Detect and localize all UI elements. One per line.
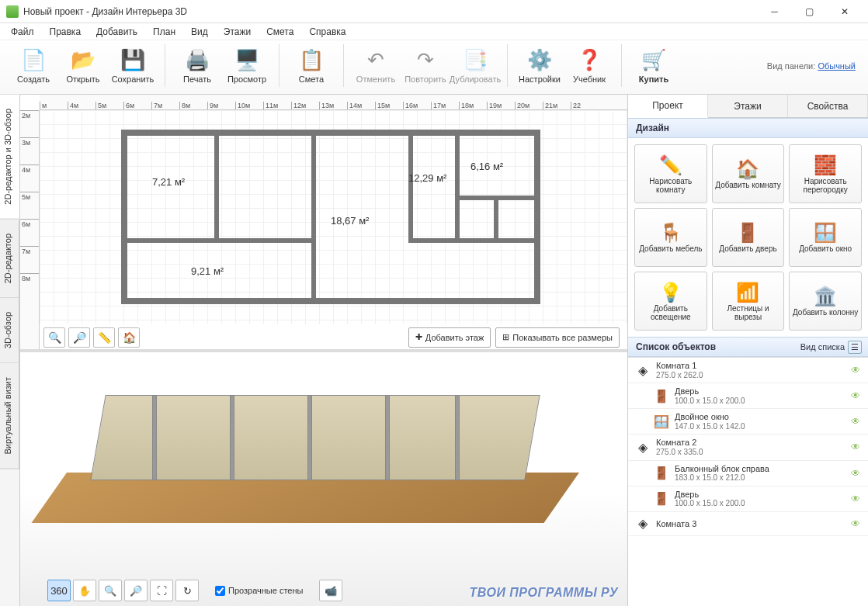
object-item[interactable]: 🚪Балконный блок справа183.0 x 15.0 x 212… [628,461,868,487]
menu-file[interactable]: Файл [5,25,40,39]
plan-2d-view[interactable]: м4м5м6м7м8м9м10м11м12м13м14м15м16м17м18м… [20,95,627,349]
menu-edit[interactable]: Правка [43,25,88,39]
gear-icon: ⚙️ [527,48,552,73]
view-3d[interactable]: 360 ✋ 🔍 🔎 ⛶ ↻ Прозрачные стены 📹 ТВОИ ПР… [20,352,627,607]
tab-properties[interactable]: Свойства [788,95,868,117]
objects-list: ◈Комната 1275.0 x 262.0👁🚪Дверь100.0 x 15… [628,357,868,606]
measure-button[interactable]: 📏 [93,327,115,348]
fit-button[interactable]: ⛶ [150,580,173,601]
draw_partition-button[interactable]: 🧱Нарисовать перегородку [789,144,862,203]
estimate-button[interactable]: 📋Смета [287,42,335,90]
maximize-button[interactable]: ▢ [792,1,827,23]
view3d-toolbar: 360 ✋ 🔍 🔎 ⛶ ↻ Прозрачные стены 📹 [47,580,342,601]
transparent-walls-checkbox[interactable]: Прозрачные стены [215,586,303,596]
visibility-icon[interactable]: 👁 [851,416,862,427]
object-icon: 🚪 [653,465,670,482]
show-dimensions-button[interactable]: ⊞Показывать все размеры [495,327,620,348]
draw_room-button[interactable]: ✏️Нарисовать комнату [634,144,707,203]
camera-button[interactable]: 📹 [319,580,342,601]
add_light-button[interactable]: 💡Добавить освещение [634,272,707,331]
design-section-header: Дизайн [628,118,868,138]
visibility-icon[interactable]: 👁 [851,390,862,401]
panel-type-label: Вид панели: Обычный [767,61,863,71]
rotate-360-button[interactable]: 360 [47,580,71,601]
object-item[interactable]: 🚪Дверь100.0 x 15.0 x 200.0👁 [628,383,868,409]
open-button[interactable]: 📂Открыть [59,42,107,90]
reset-view-button[interactable]: ↻ [175,580,199,601]
new-file-icon: 📄 [21,48,46,73]
stairs-icon: 📶 [736,281,759,304]
buy-button[interactable]: 🛒Купить [630,42,678,90]
tab-virtual[interactable]: Виртуальный визит [0,363,19,469]
create-button[interactable]: 📄Создать [9,42,57,90]
add_furniture-button[interactable]: 🪑Добавить мебель [634,208,707,267]
add_furniture-icon: 🪑 [659,221,682,244]
menu-plan[interactable]: План [147,25,182,39]
tab-3d[interactable]: 3D-обзор [0,298,19,363]
menu-estimate[interactable]: Смета [260,25,300,39]
duplicate-button[interactable]: 📑Дублировать [451,42,499,90]
menu-add[interactable]: Добавить [90,25,144,39]
settings-button[interactable]: ⚙️Настройки [516,42,564,90]
visibility-icon[interactable]: 👁 [851,442,862,452]
plan-actions: ✚Добавить этаж ⊞Показывать все размеры [408,327,620,348]
menu-view[interactable]: Вид [185,25,214,39]
close-button[interactable]: ✕ [827,1,862,23]
object-icon: ◈ [634,515,651,532]
print-button[interactable]: 🖨️Печать [173,42,221,90]
menu-help[interactable]: Справка [303,25,352,39]
object-item[interactable]: ◈Комната 3👁 [628,512,868,536]
house-3d-model [67,372,579,573]
zoom-in-button[interactable]: 🔎 [68,327,90,348]
visibility-icon[interactable]: 👁 [851,518,862,529]
objects-section-header: Список объектов Вид списка ☰ [628,337,868,357]
minimize-button[interactable]: ─ [757,1,792,23]
tab-project[interactable]: Проект [628,95,708,118]
add_column-button[interactable]: 🏛️Добавить колонну [789,272,862,331]
save-button[interactable]: 💾Сохранить [109,42,157,90]
zoom-out-button[interactable]: 🔍 [43,327,65,348]
canvas-area: м4м5м6м7м8м9м10м11м12м13м14м15м16м17м18м… [20,95,627,606]
preview-button[interactable]: 🖥️Просмотр [223,42,271,90]
visibility-icon[interactable]: 👁 [851,493,862,504]
plan-tools: 🔍 🔎 📏 🏠 [43,327,140,348]
object-icon: 🚪 [653,387,670,404]
tab-2d[interactable]: 2D-редактор [0,220,19,298]
home-button[interactable]: 🏠 [118,327,140,348]
add_window-button[interactable]: 🪟Добавить окно [789,208,862,267]
room-area-5: 9,21 м² [191,265,224,277]
add_room-button[interactable]: 🏠Добавить комнату [712,144,785,203]
object-icon: ◈ [634,362,651,379]
right-tabs: Проект Этажи Свойства [628,95,868,118]
tab-floors[interactable]: Этажи [708,95,788,117]
panel-type-link[interactable]: Обычный [818,61,856,71]
object-item[interactable]: ◈Комната 2275.0 x 335.0👁 [628,435,868,460]
visibility-icon[interactable]: 👁 [851,468,862,479]
visibility-icon[interactable]: 👁 [851,365,862,376]
object-item[interactable]: ◈Комната 1275.0 x 262.0👁 [628,358,868,383]
add_door-button[interactable]: 🚪Добавить дверь [712,208,785,267]
workspace: 2D-редактор и 3D-обзор 2D-редактор 3D-об… [0,95,868,606]
titlebar: Новый проект - Дизайн Интерьера 3D ─ ▢ ✕ [0,0,868,23]
ruler-horizontal: м4м5м6м7м8м9м10м11м12м13м14м15м16м17м18м… [40,95,627,110]
room-area-4: 6,16 м² [470,161,503,172]
undo-button[interactable]: ↶Отменить [352,42,400,90]
cart-icon: 🛒 [641,48,666,73]
room-area-2: 18,67 м² [331,215,369,227]
stairs-button[interactable]: 📶Лестницы и вырезы [712,272,785,331]
object-item[interactable]: 🪟Двойное окно147.0 x 15.0 x 142.0👁 [628,409,868,435]
add_window-icon: 🪟 [814,221,837,244]
menu-floors[interactable]: Этажи [217,25,257,39]
zoom-in-3d-button[interactable]: 🔎 [124,580,148,601]
tutorial-button[interactable]: ❓Учебник [565,42,613,90]
floorplan[interactable]: 7,21 м² 18,67 м² 12,29 м² 6,16 м² 9,21 м… [121,130,540,304]
notepad-icon: 📋 [299,48,324,73]
room-area-1: 7,21 м² [152,176,185,188]
add-floor-button[interactable]: ✚Добавить этаж [408,327,491,348]
tab-2d-3d[interactable]: 2D-редактор и 3D-обзор [0,95,19,220]
object-item[interactable]: 🚪Дверь100.0 x 15.0 x 200.0👁 [628,487,868,512]
zoom-out-3d-button[interactable]: 🔍 [99,580,122,601]
list-view-button[interactable]: ☰ [848,341,862,354]
redo-button[interactable]: ↷Повторить [401,42,450,90]
pan-button[interactable]: ✋ [73,580,96,601]
